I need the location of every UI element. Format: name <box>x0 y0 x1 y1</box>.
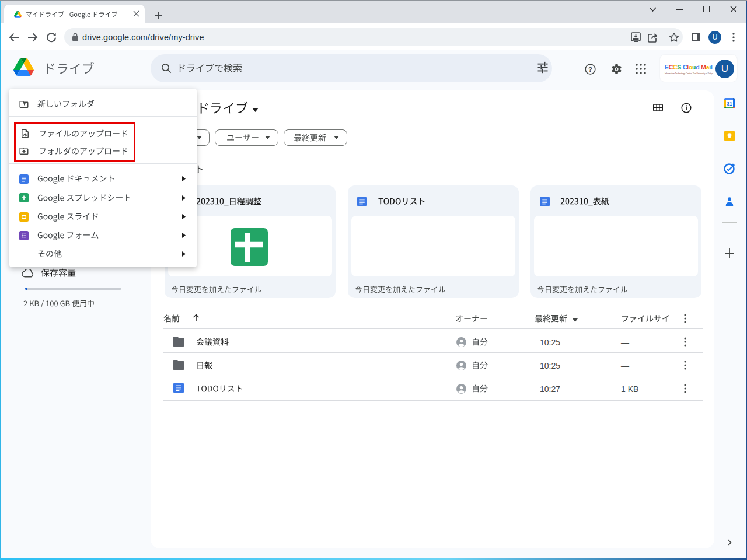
svg-text:31: 31 <box>727 101 732 107</box>
svg-text:?: ? <box>588 66 592 73</box>
